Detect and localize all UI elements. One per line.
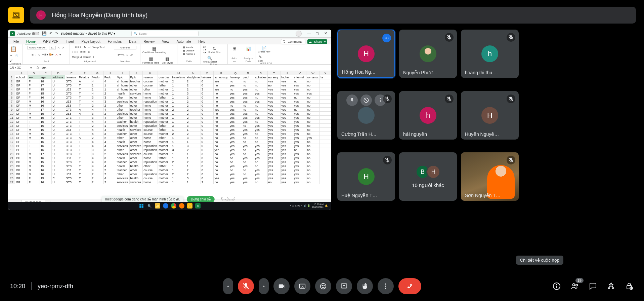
tab-automate[interactable]: Automate (175, 39, 192, 44)
windows-taskbar[interactable]: 🔍 📁 ◯ X ʌ ▭ ENG ᯤ 🔊 🔋 10:20 AM10/29/2024… (8, 202, 331, 210)
tab-wpspdf[interactable]: WPS PDF (42, 39, 60, 44)
camera-button[interactable] (273, 278, 290, 294)
taskbar-app-icon[interactable] (179, 203, 184, 209)
participant-avatar: h (481, 45, 498, 62)
present-button[interactable] (336, 278, 352, 294)
participant-avatar: H (358, 45, 375, 62)
svg-point-35 (324, 285, 324, 286)
presenting-brand-chip (8, 7, 24, 23)
svg-point-33 (320, 284, 326, 289)
excel-logo-icon: X (10, 31, 15, 36)
tooltip: Chi tiết về cuộc họp (516, 256, 563, 265)
excel-share-button[interactable]: ☁ Share ▾ (307, 39, 327, 44)
tab-data[interactable]: Data (128, 39, 137, 44)
svg-rect-4 (142, 206, 143, 208)
taskbar-edge-icon[interactable] (163, 203, 168, 209)
muted-icon (383, 156, 392, 164)
svg-point-7 (385, 38, 386, 39)
svg-point-45 (608, 288, 610, 289)
start-button-icon[interactable] (139, 203, 144, 209)
muted-icon (383, 95, 392, 103)
participant-avatar: H (358, 168, 375, 185)
speaking-indicator-icon (382, 34, 391, 42)
taskbar-app-icon[interactable]: ◯ (187, 203, 192, 209)
number-format-select[interactable]: General (114, 46, 136, 49)
taskbar-search-icon[interactable]: 🔍 (147, 203, 152, 209)
participant-tile[interactable]: Cường Trần H… (337, 91, 395, 140)
svg-point-16 (380, 98, 381, 99)
pin-button[interactable] (346, 95, 358, 106)
tab-formulas[interactable]: Formulas (106, 39, 123, 44)
name-box[interactable]: 1R x 3C (8, 66, 28, 69)
svg-point-42 (556, 285, 557, 285)
autosave-toggle[interactable]: AutoSave (17, 32, 39, 35)
svg-point-9 (388, 38, 389, 39)
tab-file[interactable]: File (12, 39, 20, 44)
participant-tile[interactable]: HHuyền Nguyễ… (461, 91, 519, 140)
excel-search-input[interactable]: 🔍Search (131, 31, 199, 36)
tab-view[interactable]: View (161, 39, 171, 44)
raise-hand-button[interactable] (357, 278, 373, 294)
more-options-button[interactable] (378, 278, 394, 294)
shared-screen-panel: X AutoSave 💾 ↶ ↷ student-mat.csv • Saved… (8, 30, 331, 210)
tab-review[interactable]: Review (142, 39, 156, 44)
meeting-details-button[interactable] (552, 281, 561, 291)
svg-rect-2 (142, 204, 143, 205)
undo-icon[interactable]: ↶ (49, 31, 52, 36)
search-icon: 🔍 (134, 32, 137, 35)
svg-point-43 (573, 284, 575, 286)
close-button[interactable]: ✕ (322, 31, 329, 36)
hangup-button[interactable] (398, 278, 421, 294)
participant-tile[interactable]: hhải nguyễn (399, 91, 457, 140)
mic-button[interactable] (238, 278, 254, 294)
taskbar-explorer-icon[interactable]: 📁 (155, 203, 160, 209)
ribbon: 📋 ✂📄🖌 Clipboard Aptos Narrow 11 AˆAˇ B I… (8, 44, 331, 65)
svg-line-15 (364, 98, 368, 102)
save-icon[interactable]: 💾 (42, 31, 47, 36)
participant-tile[interactable]: HHồng Hoa Ng… (337, 30, 395, 78)
people-button[interactable]: 19 (570, 281, 579, 291)
paste-icon[interactable]: 📋 (10, 46, 17, 52)
participant-tile[interactable]: BH10 người khác (399, 152, 457, 201)
mic-options-button[interactable] (223, 278, 233, 294)
minimize-button[interactable]: — (305, 31, 312, 35)
host-controls-button[interactable]: ⚙ (625, 281, 634, 291)
participant-center-button[interactable] (360, 95, 372, 106)
tab-help[interactable]: Help (197, 39, 207, 44)
tab-insert[interactable]: Insert (64, 39, 75, 44)
captions-button[interactable]: CC (294, 278, 310, 294)
taskbar-notifications-icon[interactable]: 🔔 (325, 204, 328, 207)
participant-tile[interactable]: Nguyễn Phươ… (399, 30, 457, 78)
spreadsheet-grid[interactable]: ABCDEFGHIJKLMNOPQRSTUVWX1schoolsexageadd… (8, 71, 331, 199)
svg-point-18 (380, 101, 381, 102)
presenter-banner: H Hồng Hoa Nguyễn (Đang trình bày) (30, 7, 636, 24)
formula-value[interactable]: sex (42, 66, 46, 69)
tab-home[interactable]: Home (25, 39, 37, 44)
participant-tile[interactable]: hhoang thi thu … (461, 30, 519, 78)
comments-button[interactable]: 🗨 Comments (281, 39, 305, 44)
chat-button[interactable] (588, 281, 598, 291)
svg-point-38 (385, 286, 386, 287)
reactions-button[interactable] (315, 278, 331, 294)
svg-point-34 (322, 285, 323, 286)
taskbar-chrome-icon[interactable] (171, 203, 176, 209)
fx-icon[interactable]: fx (34, 66, 42, 69)
muted-icon (445, 95, 454, 103)
excel-title-bar: X AutoSave 💾 ↶ ↷ student-mat.csv • Saved… (8, 30, 331, 38)
participant-tile[interactable]: Sơn Nguyễn T… (461, 152, 519, 201)
file-name-label[interactable]: student-mat.csv • Saved to this PC ▾ (61, 32, 115, 35)
svg-text:⚙: ⚙ (631, 287, 632, 289)
font-size-select[interactable]: 11 (49, 46, 56, 49)
camera-options-button[interactable] (259, 278, 269, 294)
participant-tile[interactable]: HHuệ Nguyễn T… (337, 152, 395, 201)
redo-icon[interactable]: ↷ (55, 31, 58, 36)
excel-user-avatar[interactable] (296, 31, 302, 37)
tab-pagelayout[interactable]: Page Layout (80, 39, 102, 44)
activities-button[interactable] (606, 281, 616, 291)
svg-rect-1 (139, 204, 141, 205)
taskbar-excel-icon[interactable]: X (195, 203, 201, 209)
hide-share-button[interactable]: Ẩn cửa sổ (218, 196, 238, 202)
maximize-button[interactable]: ▢ (313, 31, 321, 36)
font-name-select[interactable]: Aptos Narrow (27, 46, 47, 49)
muted-icon (507, 33, 515, 42)
